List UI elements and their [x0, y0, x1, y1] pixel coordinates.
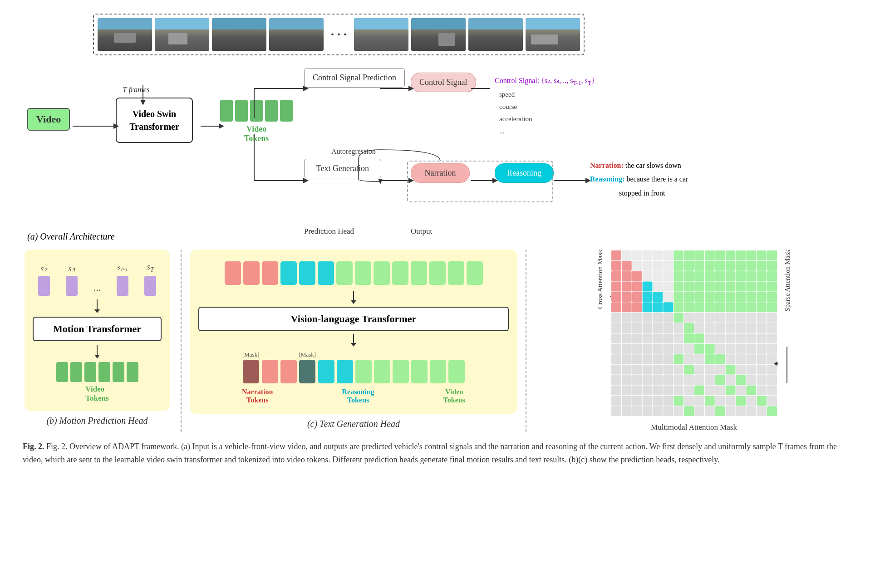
- signal-st: sT: [144, 262, 156, 296]
- svg-rect-253: [757, 385, 767, 395]
- svg-rect-119: [694, 302, 704, 312]
- control-signal-pred-box: Control Signal Prediction: [304, 68, 405, 88]
- svg-rect-196: [663, 354, 673, 364]
- btm-tok-vid-5: [430, 360, 446, 383]
- btm-tok-vid-3: [393, 360, 409, 383]
- svg-rect-136: [705, 313, 715, 323]
- svg-rect-153: [715, 323, 725, 333]
- top-token-strip: [198, 258, 509, 289]
- svg-rect-185: [715, 344, 725, 354]
- svg-rect-135: [694, 313, 704, 323]
- svg-rect-159: [611, 333, 621, 343]
- vid-tokens-label-c: VideoTokens: [443, 388, 465, 404]
- video-frame-3: [212, 18, 266, 51]
- svg-rect-265: [715, 396, 725, 406]
- svg-rect-103: [694, 292, 704, 302]
- svg-rect-175: [611, 344, 621, 354]
- svg-rect-229: [673, 375, 683, 385]
- svg-rect-90: [726, 282, 736, 292]
- svg-rect-123: [736, 302, 746, 312]
- svg-marker-30: [351, 343, 356, 347]
- tg-tok-vid-4: [392, 261, 408, 285]
- svg-rect-40: [705, 250, 715, 260]
- svg-rect-70: [684, 271, 694, 281]
- svg-rect-134: [684, 313, 694, 323]
- video-frame-5: [354, 18, 408, 51]
- svg-marker-11: [303, 178, 309, 183]
- svg-rect-122: [726, 302, 736, 312]
- signal-tokens-row: s₂ s₃ ... sT-1 sT: [33, 258, 162, 296]
- svg-rect-31: [611, 250, 621, 260]
- svg-rect-80: [622, 282, 632, 292]
- svg-rect-91: [736, 282, 746, 292]
- svg-rect-259: [653, 396, 663, 406]
- control-signal-details: Control Signal: {s₂, s₃, .., sT-1, sT} s…: [495, 76, 595, 137]
- motion-vid-tok-3: [84, 362, 96, 382]
- svg-rect-227: [653, 375, 663, 385]
- svg-rect-182: [684, 344, 694, 354]
- tg-tok-vid-5: [411, 261, 427, 285]
- svg-rect-223: [611, 375, 621, 385]
- svg-rect-274: [643, 406, 653, 416]
- token-4: [265, 100, 278, 122]
- attention-section: Cross Attention Mask Sparse Attention Ma…: [526, 250, 861, 432]
- svg-rect-133: [673, 313, 683, 323]
- svg-rect-129: [632, 313, 642, 323]
- svg-rect-124: [746, 302, 756, 312]
- token-type-labels: NarrationTokens ReasoningTokens VideoTok…: [198, 385, 509, 406]
- svg-rect-283: [736, 406, 746, 416]
- cs-math-text: Control Signal: {s₂, s₃, .., sT-1, sT}: [495, 76, 595, 87]
- svg-rect-237: [757, 375, 767, 385]
- btm-tok-vid-4: [411, 360, 428, 383]
- svg-rect-110: [767, 292, 777, 302]
- svg-rect-83: [653, 282, 663, 292]
- svg-rect-60: [746, 261, 756, 271]
- svg-rect-264: [705, 396, 715, 406]
- narration-label: Narration: [425, 168, 456, 177]
- svg-rect-64: [622, 271, 632, 281]
- svg-rect-63: [611, 271, 621, 281]
- svg-rect-177: [632, 344, 642, 354]
- svg-rect-113: [632, 302, 642, 312]
- svg-marker-22: [378, 179, 383, 184]
- svg-rect-146: [643, 323, 653, 333]
- svg-rect-77: [757, 271, 767, 281]
- svg-rect-232: [705, 375, 715, 385]
- svg-rect-171: [736, 333, 746, 343]
- video-frame-4: [269, 18, 324, 51]
- svg-rect-209: [632, 365, 642, 375]
- svg-rect-85: [673, 282, 683, 292]
- multimodal-attention-label: Multimodal Attention Mask: [651, 423, 737, 432]
- caption-text: Fig. 2. Overview of ADAPT framework. (a)…: [23, 442, 837, 464]
- svg-rect-140: [746, 313, 756, 323]
- svg-rect-114: [643, 302, 653, 312]
- svg-rect-155: [736, 323, 746, 333]
- svg-rect-251: [736, 385, 746, 395]
- svg-rect-224: [622, 375, 632, 385]
- svg-rect-142: [767, 313, 777, 323]
- svg-rect-219: [736, 365, 746, 375]
- svg-rect-166: [684, 333, 694, 343]
- bottom-section: s₂ s₃ ... sT-1 sT: [14, 250, 861, 432]
- svg-rect-75: [736, 271, 746, 281]
- svg-rect-266: [726, 396, 736, 406]
- svg-rect-97: [632, 292, 642, 302]
- svg-rect-53: [673, 261, 683, 271]
- svg-rect-108: [746, 292, 756, 302]
- svg-rect-195: [653, 354, 663, 364]
- svg-rect-59: [736, 261, 746, 271]
- svg-rect-180: [663, 344, 673, 354]
- cs-pred-label: Control Signal Prediction: [313, 73, 396, 82]
- svg-rect-92: [746, 282, 756, 292]
- svg-rect-57: [715, 261, 725, 271]
- svg-rect-208: [622, 365, 632, 375]
- svg-rect-39: [694, 250, 704, 260]
- svg-rect-241: [632, 385, 642, 395]
- btm-tok-reas-2: [337, 360, 353, 383]
- t-frames-label: T frames: [123, 85, 150, 94]
- svg-marker-288: [610, 294, 611, 299]
- attention-grid-wrapper: Cross Attention Mask Sparse Attention Ma…: [596, 250, 791, 419]
- prediction-head-label: Prediction Head: [304, 227, 354, 236]
- svg-rect-285: [757, 406, 767, 416]
- signal-token-s2: [38, 276, 50, 296]
